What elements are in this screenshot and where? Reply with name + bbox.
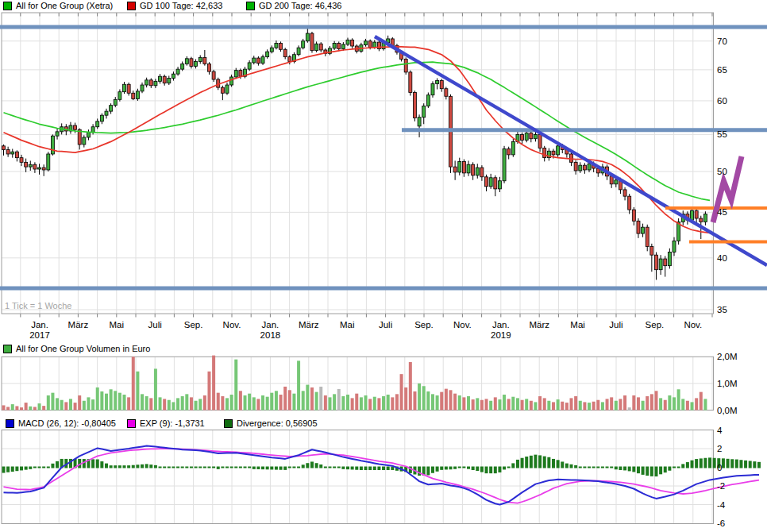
svg-text:60: 60 [717, 96, 727, 106]
svg-text:4: 4 [717, 426, 723, 435]
svg-text:Nov.: Nov. [223, 320, 241, 330]
legend-item-exp: EXP (9): -1,3731 [127, 418, 205, 428]
svg-text:50: 50 [717, 167, 727, 176]
svg-text:Jan.: Jan. [31, 320, 48, 330]
legend-label: EXP (9): -1,3731 [140, 418, 205, 428]
legend-label: All for One Group (Xetra) [16, 1, 113, 10]
series-swatch-icon [224, 419, 233, 428]
legend-item-gd200: GD 200 Tage: 46,436 [246, 1, 341, 10]
svg-text:Juli: Juli [379, 320, 392, 330]
tick-note: 1 Tick = 1 Woche [5, 301, 71, 310]
stock-chart-screen: 70656055504540352,0M1,0M0,0M420-2-4-6Jan… [0, 0, 767, 532]
svg-text:40: 40 [717, 253, 727, 263]
legend-item-macd: MACD (26, 12): -0,80405 [6, 418, 116, 428]
svg-text:35: 35 [717, 305, 727, 314]
legend-item-price: All for One Group (Xetra) [3, 1, 113, 10]
legend-item-divergence: Divergence: 0,56905 [224, 418, 318, 428]
svg-text:Sep.: Sep. [646, 320, 665, 330]
svg-text:55: 55 [717, 129, 727, 139]
legend-item-volume: All for One Group Volumen in Euro [3, 344, 150, 353]
svg-text:1,0M: 1,0M [717, 379, 738, 388]
series-swatch-icon [246, 2, 255, 10]
svg-text:2: 2 [717, 444, 722, 453]
svg-text:Jan.: Jan. [492, 320, 510, 330]
svg-text:45: 45 [717, 207, 727, 217]
legend-item-gd100: GD 100 Tage: 42,633 [127, 1, 222, 10]
svg-text:Nov.: Nov. [453, 320, 472, 330]
legend-label: GD 100 Tage: 42,633 [140, 1, 222, 10]
svg-text:März: März [299, 320, 319, 330]
legend-label: All for One Group Volumen in Euro [16, 344, 150, 353]
svg-text:Mai: Mai [570, 320, 585, 330]
svg-text:2,0M: 2,0M [717, 352, 738, 361]
svg-text:0,0M: 0,0M [717, 406, 738, 415]
svg-text:2018: 2018 [260, 330, 281, 340]
svg-text:März: März [529, 320, 549, 330]
svg-text:Sep.: Sep. [184, 320, 203, 330]
chart-canvas: 70656055504540352,0M1,0M0,0M420-2-4-6Jan… [0, 0, 767, 532]
legend-label: GD 200 Tage: 46,436 [259, 1, 341, 10]
series-swatch-icon [127, 419, 136, 428]
svg-text:Jan.: Jan. [262, 320, 279, 330]
series-swatch-icon [3, 2, 12, 10]
svg-text:65: 65 [717, 65, 727, 75]
svg-text:Juli: Juli [148, 320, 162, 330]
legend-label: Divergence: 0,56905 [237, 418, 318, 428]
svg-text:2017: 2017 [29, 330, 50, 340]
svg-text:Sep.: Sep. [414, 320, 434, 330]
series-swatch-icon [127, 2, 136, 10]
svg-text:-6: -6 [717, 519, 725, 528]
svg-text:70: 70 [717, 37, 727, 46]
series-swatch-icon [6, 419, 14, 428]
svg-text:Mai: Mai [340, 320, 355, 330]
svg-text:März: März [68, 320, 89, 330]
svg-text:-2: -2 [717, 481, 725, 491]
svg-text:2019: 2019 [491, 330, 511, 340]
svg-text:Nov.: Nov. [684, 320, 702, 330]
svg-text:-4: -4 [717, 500, 726, 510]
svg-text:Juli: Juli [609, 320, 622, 330]
series-swatch-icon [3, 345, 12, 353]
svg-text:0: 0 [717, 463, 722, 472]
svg-text:Mai: Mai [110, 320, 125, 330]
legend-label: MACD (26, 12): -0,80405 [18, 418, 116, 428]
